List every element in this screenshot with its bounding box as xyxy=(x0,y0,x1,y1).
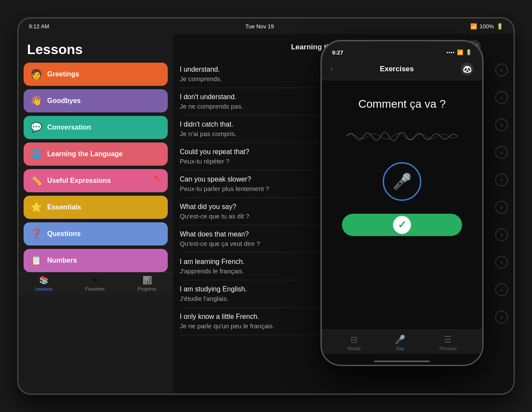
iphone-nav-title: Exercises xyxy=(380,65,414,73)
lesson-label-expressions: Useful Expressions xyxy=(47,177,111,185)
iphone-panda-avatar[interactable]: 🐼 xyxy=(461,63,474,76)
chevron-circle-3: › xyxy=(495,146,508,159)
tab-favorites[interactable]: ♥Favorites xyxy=(85,276,105,291)
mic-button[interactable]: 🎤 xyxy=(383,162,421,201)
lesson-icon-questions: ❓ xyxy=(30,228,42,239)
sidebar-item-goodbyes[interactable]: 👋Goodbyes xyxy=(24,89,168,112)
battery-text: 100% xyxy=(480,23,494,30)
iphone-tab-phrases[interactable]: ☰Phrases xyxy=(439,334,456,351)
iphone-home-bar xyxy=(374,360,430,362)
back-button[interactable]: ‹ xyxy=(330,65,333,73)
mic-icon: 🎤 xyxy=(393,173,412,191)
lesson-label-conversation: Conversation xyxy=(47,124,91,131)
iphone-body: Comment ça va ? 🎤 ✓ xyxy=(322,80,482,365)
tab-icon-progress: 📊 xyxy=(142,276,152,285)
tab-icon-favorites: ♥ xyxy=(93,276,97,285)
chevron-item-6[interactable]: › xyxy=(490,221,514,248)
iphone-nav: ‹ Exercises 🐼 xyxy=(322,60,482,80)
iphone-wifi-icon: 📶 xyxy=(457,49,463,55)
chevron-item-7[interactable]: › xyxy=(490,248,514,276)
chevron-item-9[interactable]: › xyxy=(490,303,514,331)
ipad-status-bar: 9:12 AM Tue Nov 19 📶 100% 🔋 xyxy=(18,18,514,34)
chevron-circle-2: › xyxy=(495,118,508,131)
iphone-tab-say[interactable]: 🎤Say xyxy=(395,334,405,351)
lesson-icon-expressions: ✏️ xyxy=(30,175,42,186)
iphone-tab-label-words: Words xyxy=(348,346,361,351)
confirm-button[interactable]: ✓ xyxy=(342,214,462,236)
sidebar-item-conversation[interactable]: 💬Conversation xyxy=(24,116,168,139)
french-question: Comment ça va ? xyxy=(358,97,446,111)
iphone-tab-icon-phrases: ☰ xyxy=(444,334,452,345)
iphone-notch xyxy=(374,41,430,52)
lesson-label-goodbyes: Goodbyes xyxy=(47,97,81,105)
lesson-label-learning: Learning the Language xyxy=(47,150,123,158)
ipad-tab-bar: 📚Lessons♥Favorites📊Progress xyxy=(18,272,173,294)
tab-icon-lessons: 📚 xyxy=(39,276,48,285)
chevron-item-2[interactable]: › xyxy=(490,111,514,139)
tab-progress[interactable]: 📊Progress xyxy=(138,276,157,291)
iphone-status-right: •••• 📶 🔋 xyxy=(447,49,472,55)
check-icon: ✓ xyxy=(393,216,411,234)
lesson-label-numbers: Numbers xyxy=(47,257,77,264)
chevron-circle-5: › xyxy=(495,201,508,214)
lesson-icon-essentials: ⭐ xyxy=(30,202,42,213)
iphone-signal-icon: •••• xyxy=(447,50,455,55)
chevron-item-5[interactable]: › xyxy=(490,194,514,221)
iphone-overlay: 9:27 •••• 📶 🔋 ‹ Exercises 🐼 Comment ça v… xyxy=(320,40,484,366)
sidebar: Lessons 🧑Greetings👋Goodbyes💬Conversation… xyxy=(18,34,173,272)
sidebar-wrapper: Lessons 🧑Greetings👋Goodbyes💬Conversation… xyxy=(18,34,173,394)
iphone-tab-label-phrases: Phrases xyxy=(439,346,456,351)
sidebar-item-essentials[interactable]: ⭐Essentials xyxy=(24,196,168,219)
chevron-item-8[interactable]: › xyxy=(490,276,514,303)
bookmark-icon: 🔖 xyxy=(153,174,162,182)
ipad-time: 9:12 AM xyxy=(29,23,49,30)
lesson-label-essentials: Essentials xyxy=(47,203,81,211)
iphone-battery-icon: 🔋 xyxy=(466,49,472,55)
tab-label-favorites: Favorites xyxy=(85,286,105,291)
chevron-circle-4: › xyxy=(495,173,508,186)
iphone-tab-icon-say: 🎤 xyxy=(395,334,405,345)
chevron-circle-7: › xyxy=(495,256,508,269)
iphone-tab-label-say: Say xyxy=(396,346,404,351)
sidebar-item-expressions[interactable]: ✏️Useful Expressions🔖 xyxy=(24,169,168,192)
tab-label-lessons: Lessons xyxy=(35,286,52,291)
lesson-icon-greetings: 🧑 xyxy=(30,69,42,80)
chevron-item-4[interactable]: › xyxy=(490,166,514,194)
iphone-time: 9:27 xyxy=(332,49,343,56)
lesson-icon-learning: 🌐 xyxy=(30,148,42,160)
ipad-shell: 9:12 AM Tue Nov 19 📶 100% 🔋 Lessons 🧑Gre… xyxy=(17,17,515,395)
chevron-circle-0: › xyxy=(495,64,508,76)
lesson-label-greetings: Greetings xyxy=(47,70,79,78)
battery-icon: 🔋 xyxy=(496,23,503,30)
lesson-label-questions: Questions xyxy=(47,230,81,238)
ipad-status-right: 📶 100% 🔋 xyxy=(470,23,503,30)
chevron-circle-8: › xyxy=(495,283,508,296)
iphone-tab-icon-words: ⊟ xyxy=(351,334,358,345)
tab-label-progress: Progress xyxy=(138,286,157,291)
lesson-icon-conversation: 💬 xyxy=(30,122,42,133)
chevron-circle-6: › xyxy=(495,228,508,241)
iphone-panda-emoji: 🐼 xyxy=(462,64,472,74)
chevron-item-1[interactable]: › xyxy=(490,84,514,111)
sidebar-item-greetings[interactable]: 🧑Greetings xyxy=(24,63,168,86)
sidebar-title: Lessons xyxy=(27,42,83,57)
iphone-tab-bar: ⊟Words🎤Say☰Phrases xyxy=(322,330,482,354)
wifi-icon: 📶 xyxy=(470,23,477,30)
sidebar-item-numbers[interactable]: 📋Numbers xyxy=(24,249,168,272)
lessons-list: 🧑Greetings👋Goodbyes💬Conversation🌐Learnin… xyxy=(18,63,173,272)
chevron-column: ›››››››››› xyxy=(490,34,514,394)
chevron-item-0[interactable]: › xyxy=(490,56,514,84)
iphone-tab-words[interactable]: ⊟Words xyxy=(348,334,361,351)
sidebar-header: Lessons xyxy=(18,34,173,63)
iphone-inner: 9:27 •••• 📶 🔋 ‹ Exercises 🐼 Comment ça v… xyxy=(322,41,482,365)
ipad-date: Tue Nov 19 xyxy=(245,23,274,30)
tab-lessons[interactable]: 📚Lessons xyxy=(35,276,52,291)
sidebar-item-learning[interactable]: 🌐Learning the Language xyxy=(24,142,168,166)
lesson-icon-goodbyes: 👋 xyxy=(30,95,42,106)
chevron-circle-1: › xyxy=(495,91,508,104)
lesson-icon-numbers: 📋 xyxy=(30,255,42,266)
chevron-circle-9: › xyxy=(495,311,508,324)
chevron-item-3[interactable]: › xyxy=(490,139,514,166)
sidebar-item-questions[interactable]: ❓Questions xyxy=(24,222,168,245)
waveform-display xyxy=(342,124,462,149)
